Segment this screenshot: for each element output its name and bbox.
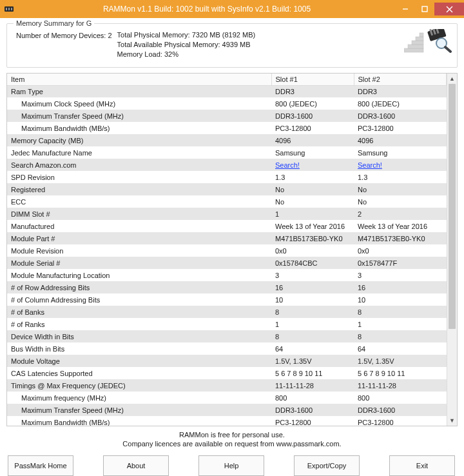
close-button[interactable]: [434, 3, 464, 15]
row-slot1: DDR3: [271, 85, 354, 97]
svg-line-18: [445, 47, 450, 52]
row-slot1: 1.5V, 1.35V: [271, 355, 354, 367]
row-slot1: 16: [271, 281, 354, 293]
search-link[interactable]: Search!: [354, 159, 447, 171]
svg-rect-11: [416, 37, 423, 41]
row-slot2: M471B5173EB0-YK0: [354, 232, 447, 244]
row-label: Ram Type: [7, 85, 271, 97]
scroll-thumb[interactable]: [449, 84, 456, 329]
row-slot2: Samsung: [354, 146, 447, 159]
row-label: Maximum Clock Speed (MHz): [7, 97, 271, 110]
row-slot2: 1: [354, 318, 447, 330]
row-slot1: 800: [271, 392, 354, 404]
scroll-down-icon[interactable]: ▼: [447, 415, 457, 426]
row-label: Maximum Transfer Speed (MHz): [7, 404, 271, 416]
svg-rect-10: [412, 41, 423, 45]
staircase-icon: [404, 29, 425, 54]
passmark-home-button[interactable]: PassMark Home: [8, 455, 73, 476]
row-slot1: No: [271, 195, 354, 208]
table-row: CAS Latencies Supported5 6 7 8 9 10 115 …: [7, 367, 447, 379]
footer-text: RAMMon is free for personal use. Company…: [6, 426, 458, 456]
table-row: # of Banks88: [7, 306, 447, 318]
row-label: Module Voltage: [7, 355, 271, 367]
row-slot2: 5 6 7 8 9 10 11: [354, 367, 447, 379]
row-label: DIMM Slot #: [7, 208, 271, 220]
row-label: # of Column Addressing Bits: [7, 293, 271, 306]
row-label: # of Row Addressing Bits: [7, 281, 271, 293]
row-slot1: 0x0: [271, 244, 354, 257]
row-label: Maximum frequency (MHz): [7, 392, 271, 404]
row-slot2: 800 (JEDEC): [354, 97, 447, 110]
table-row: Module Voltage1.5V, 1.35V1.5V, 1.35V: [7, 355, 447, 367]
svg-rect-1: [6, 8, 7, 10]
row-slot1: PC3-12800: [271, 122, 354, 134]
svg-rect-8: [404, 48, 423, 52]
row-slot1: 11-11-11-28: [271, 379, 354, 392]
about-button[interactable]: About: [103, 455, 169, 476]
table-scroll[interactable]: Item Slot #1 Slot #2 Ram TypeDDR3DDR3Max…: [7, 74, 447, 426]
footer-line2: Company licences are available on reques…: [6, 439, 458, 449]
svg-rect-9: [408, 45, 423, 48]
svg-rect-2: [8, 8, 10, 10]
svg-rect-12: [420, 33, 423, 37]
row-slot2: 800: [354, 392, 447, 404]
row-slot2: 1.5V, 1.35V: [354, 355, 447, 367]
svg-rect-5: [422, 6, 427, 12]
row-label: # of Banks: [7, 306, 271, 318]
row-slot2: DDR3: [354, 85, 447, 97]
help-button[interactable]: Help: [198, 455, 264, 476]
row-slot1: 5 6 7 8 9 10 11: [271, 367, 354, 379]
table-row: Timings @ Max Frequency (JEDEC)11-11-11-…: [7, 379, 447, 392]
row-slot2: DDR3-1600: [354, 404, 447, 416]
memory-table: Item Slot #1 Slot #2 Ram TypeDDR3DDR3Max…: [7, 74, 447, 426]
row-slot2: No: [354, 195, 447, 208]
row-slot1: 8: [271, 330, 354, 342]
col-slot2[interactable]: Slot #2: [354, 74, 447, 86]
table-row: Maximum Transfer Speed (MHz)DDR3-1600DDR…: [7, 110, 447, 122]
summary-decoration: [404, 29, 452, 54]
row-slot1: DDR3-1600: [271, 110, 354, 122]
maximize-button[interactable]: [415, 3, 434, 15]
row-slot2: 11-11-11-28: [354, 379, 447, 392]
row-label: CAS Latencies Supported: [7, 367, 271, 379]
row-label: Module Manufacturing Location: [7, 269, 271, 281]
table-row: Bus Width in Bits6464: [7, 342, 447, 355]
row-label: Bus Width in Bits: [7, 342, 271, 355]
row-slot2: 4096: [354, 134, 447, 146]
footer-line1: RAMMon is free for personal use.: [6, 430, 458, 440]
button-row: PassMark Home About Help Export/Copy Exi…: [6, 455, 458, 476]
table-row: Maximum Bandwidth (MB/s)PC3-12800PC3-128…: [7, 122, 447, 134]
table-row: ManufacturedWeek 13 of Year 2016Week 13 …: [7, 220, 447, 232]
row-label: Device Width in Bits: [7, 330, 271, 342]
summary-legend: Memory Summary for G: [14, 19, 94, 27]
search-link[interactable]: Search!: [271, 159, 354, 171]
row-slot1: DDR3-1600: [271, 404, 354, 416]
table-row: Memory Capacity (MB)40964096: [7, 134, 447, 146]
window-body: Memory Summary for G Number of Memory De…: [0, 18, 464, 476]
memory-summary-group: Memory Summary for G Number of Memory De…: [6, 23, 458, 68]
row-slot1: 4096: [271, 134, 354, 146]
exit-button[interactable]: Exit: [389, 455, 455, 476]
row-slot1: 1: [271, 318, 354, 330]
scroll-up-icon[interactable]: ▲: [447, 74, 457, 84]
row-slot2: PC3-12800: [354, 122, 447, 134]
vertical-scrollbar[interactable]: ▲ ▼: [447, 74, 457, 426]
devices-count: Number of Memory Devices: 2: [16, 30, 112, 59]
table-row: Module Part #M471B5173EB0-YK0M471B5173EB…: [7, 232, 447, 244]
table-row: Maximum Clock Speed (MHz)800 (JEDEC)800 …: [7, 97, 447, 110]
row-slot1: 800 (JEDEC): [271, 97, 354, 110]
table-row: # of Ranks11: [7, 318, 447, 330]
export-copy-button[interactable]: Export/Copy: [294, 455, 360, 476]
row-label: Search Amazon.com: [7, 159, 271, 171]
ram-magnifier-icon: [426, 29, 452, 54]
col-item[interactable]: Item: [7, 74, 271, 86]
row-slot2: 10: [354, 293, 447, 306]
total-physical: Total Physical Memory: 7320 MB (8192 MB): [117, 30, 256, 40]
table-row: Maximum Transfer Speed (MHz)DDR3-1600DDR…: [7, 404, 447, 416]
col-slot1[interactable]: Slot #1: [271, 74, 354, 86]
row-slot1: M471B5173EB0-YK0: [271, 232, 354, 244]
summary-stats: Total Physical Memory: 7320 MB (8192 MB)…: [117, 30, 256, 59]
row-slot1: PC3-12800: [271, 416, 354, 426]
window-title: RAMMon v1.1 Build: 1002 built with SysIn…: [18, 5, 396, 14]
minimize-button[interactable]: [396, 3, 415, 15]
